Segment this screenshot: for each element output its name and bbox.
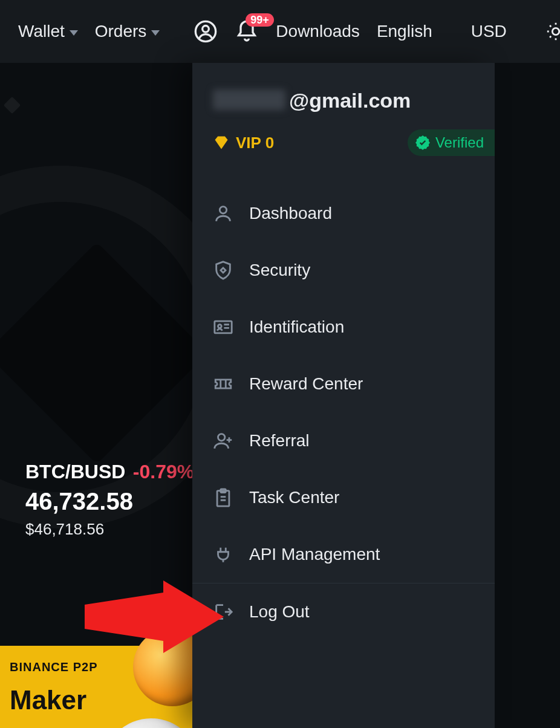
svg-point-7 bbox=[218, 434, 225, 441]
chevron-down-icon bbox=[151, 30, 160, 36]
currency-selector[interactable]: USD bbox=[471, 22, 507, 41]
ticker-pair: BTC/BUSD bbox=[25, 461, 125, 483]
account-button[interactable] bbox=[194, 19, 218, 44]
account-menu: Dashboard Security Identification Reward… bbox=[192, 168, 495, 728]
verified-icon bbox=[415, 135, 431, 151]
menu-item-logout[interactable]: Log Out bbox=[192, 583, 495, 640]
menu-item-label: Identification bbox=[249, 317, 344, 337]
menu-item-identification[interactable]: Identification bbox=[192, 299, 495, 356]
menu-item-dashboard[interactable]: Dashboard bbox=[192, 185, 495, 242]
wallet-menu[interactable]: Wallet bbox=[18, 22, 78, 41]
menu-item-label: Dashboard bbox=[249, 204, 332, 223]
verified-badge: Verified bbox=[408, 129, 495, 156]
menu-item-label: Referral bbox=[249, 431, 310, 450]
menu-item-label: Security bbox=[249, 261, 310, 280]
account-status-row: VIP 0 Verified bbox=[213, 129, 474, 156]
orders-label: Orders bbox=[95, 22, 147, 41]
svg-point-2 bbox=[552, 28, 559, 34]
downloads-label: Downloads bbox=[276, 22, 360, 41]
diamond-icon bbox=[213, 134, 230, 151]
shield-icon bbox=[213, 260, 233, 281]
language-selector[interactable]: English bbox=[377, 22, 432, 41]
menu-item-reward-center[interactable]: Reward Center bbox=[192, 356, 495, 412]
menu-item-referral[interactable]: Referral bbox=[192, 412, 495, 469]
vip-label: VIP 0 bbox=[236, 134, 274, 152]
dashboard-icon bbox=[213, 203, 233, 224]
ticker-price: 46,732.58 bbox=[25, 488, 194, 515]
svg-point-3 bbox=[220, 207, 226, 213]
wallet-label: Wallet bbox=[18, 22, 65, 41]
ticker-alt-price: $46,718.56 bbox=[25, 520, 194, 539]
svg-rect-4 bbox=[221, 268, 226, 273]
currency-label: USD bbox=[471, 22, 507, 41]
user-email: @gmail.com bbox=[213, 87, 474, 112]
clipboard-icon bbox=[213, 487, 233, 508]
menu-item-label: Task Center bbox=[249, 488, 339, 507]
email-domain: @gmail.com bbox=[289, 89, 411, 112]
svg-point-1 bbox=[203, 26, 209, 33]
panel-header: @gmail.com VIP 0 Verified bbox=[192, 63, 495, 168]
ticket-icon bbox=[213, 374, 233, 394]
promo-banner[interactable]: BINANCE P2P Maker bbox=[0, 646, 194, 728]
downloads-link[interactable]: Downloads bbox=[276, 22, 360, 41]
menu-item-label: API Management bbox=[249, 545, 380, 564]
menu-item-label: Log Out bbox=[249, 602, 310, 622]
language-label: English bbox=[377, 22, 432, 41]
theme-toggle[interactable] bbox=[545, 21, 560, 42]
orders-menu[interactable]: Orders bbox=[95, 22, 160, 41]
logout-icon bbox=[213, 602, 233, 622]
menu-item-task-center[interactable]: Task Center bbox=[192, 469, 495, 526]
svg-point-6 bbox=[218, 325, 222, 328]
account-dropdown-panel: @gmail.com VIP 0 Verified Dash bbox=[192, 63, 495, 728]
chevron-down-icon bbox=[70, 30, 78, 36]
menu-item-security[interactable]: Security bbox=[192, 242, 495, 299]
price-ticker[interactable]: BTC/BUSD -0.79% 46,732.58 $46,718.56 bbox=[25, 461, 194, 539]
verified-label: Verified bbox=[435, 134, 484, 151]
menu-item-label: Reward Center bbox=[249, 374, 363, 394]
user-circle-icon bbox=[194, 19, 218, 44]
user-plus-icon bbox=[213, 431, 233, 451]
notifications-button[interactable]: 99+ bbox=[235, 19, 259, 44]
vip-level[interactable]: VIP 0 bbox=[213, 134, 274, 152]
coin-graphic bbox=[103, 718, 200, 728]
notifications-badge: 99+ bbox=[246, 13, 274, 27]
top-header: Wallet Orders 99+ Downloads English USD bbox=[0, 0, 560, 63]
id-card-icon bbox=[213, 317, 233, 337]
sun-icon bbox=[545, 21, 560, 42]
ticker-change: -0.79% bbox=[133, 461, 194, 483]
email-local-blurred bbox=[213, 89, 285, 110]
plug-icon bbox=[213, 544, 233, 565]
menu-item-api-management[interactable]: API Management bbox=[192, 526, 495, 583]
